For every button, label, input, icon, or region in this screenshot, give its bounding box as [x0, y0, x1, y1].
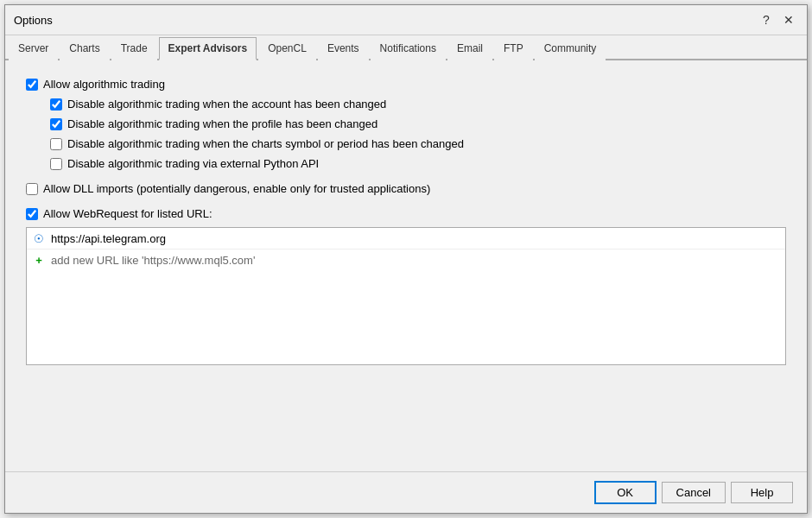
tab-ftp[interactable]: FTP: [494, 37, 533, 60]
webrequest-section: Allow WebRequest for listed URL: ☉ https…: [26, 207, 786, 365]
allow-webrequest-row: Allow WebRequest for listed URL:: [26, 207, 786, 220]
options-dialog: Options ? ✕ Server Charts Trade Expert A…: [4, 4, 808, 514]
allow-webrequest-label[interactable]: Allow WebRequest for listed URL:: [43, 207, 213, 220]
allow-dll-checkbox[interactable]: [26, 183, 38, 195]
add-url-hint: add new URL like 'https://www.mql5.com': [51, 254, 255, 267]
tab-expert-advisors[interactable]: Expert Advisors: [159, 37, 257, 60]
disable-on-account-checkbox[interactable]: [50, 98, 62, 111]
tab-trade[interactable]: Trade: [111, 37, 157, 60]
close-button[interactable]: ✕: [779, 10, 798, 29]
cancel-button[interactable]: Cancel: [662, 482, 726, 503]
existing-url: https://api.telegram.org: [51, 232, 166, 245]
tab-charts[interactable]: Charts: [60, 37, 109, 60]
tab-content: Allow algorithmic trading Disable algori…: [5, 60, 807, 471]
tabs-bar: Server Charts Trade Expert Advisors Open…: [5, 35, 807, 60]
url-row-existing[interactable]: ☉ https://api.telegram.org: [27, 228, 785, 250]
dll-imports-section: Allow DLL imports (potentially dangerous…: [26, 182, 786, 195]
disable-via-python-checkbox[interactable]: [50, 158, 62, 170]
tab-events[interactable]: Events: [318, 37, 369, 60]
plus-icon: +: [32, 253, 46, 267]
tab-server[interactable]: Server: [9, 37, 58, 60]
allow-dll-row: Allow DLL imports (potentially dangerous…: [26, 182, 786, 195]
allow-webrequest-checkbox[interactable]: [26, 208, 38, 220]
url-row-add[interactable]: + add new URL like 'https://www.mql5.com…: [27, 250, 785, 270]
disable-on-account-row: Disable algorithmic trading when the acc…: [50, 98, 786, 111]
disable-via-python-row: Disable algorithmic trading via external…: [50, 157, 786, 170]
disable-on-profile-checkbox[interactable]: [50, 118, 62, 130]
tab-community[interactable]: Community: [535, 37, 606, 60]
algo-sub-options: Disable algorithmic trading when the acc…: [26, 98, 786, 170]
tab-email[interactable]: Email: [447, 37, 492, 60]
title-bar-left: Options: [14, 14, 53, 27]
algo-trading-section: Allow algorithmic trading Disable algori…: [26, 78, 786, 170]
help-button[interactable]: ?: [757, 10, 776, 29]
url-table: ☉ https://api.telegram.org + add new URL…: [26, 227, 786, 365]
ok-button[interactable]: OK: [594, 481, 657, 504]
disable-on-account-label[interactable]: Disable algorithmic trading when the acc…: [67, 98, 386, 111]
title-bar: Options ? ✕: [5, 5, 807, 35]
disable-on-profile-row: Disable algorithmic trading when the pro…: [50, 117, 786, 130]
disable-on-profile-label[interactable]: Disable algorithmic trading when the pro…: [67, 117, 377, 130]
dialog-footer: OK Cancel Help: [5, 471, 807, 513]
tab-opencl[interactable]: OpenCL: [258, 37, 316, 60]
globe-icon: ☉: [32, 231, 46, 245]
disable-on-chart-label[interactable]: Disable algorithmic trading when the cha…: [67, 137, 464, 150]
help-footer-button[interactable]: Help: [731, 482, 793, 503]
dialog-title: Options: [14, 14, 53, 27]
allow-dll-label[interactable]: Allow DLL imports (potentially dangerous…: [43, 182, 430, 195]
tab-notifications[interactable]: Notifications: [371, 37, 446, 60]
allow-algo-trading-label[interactable]: Allow algorithmic trading: [43, 78, 165, 91]
disable-via-python-label[interactable]: Disable algorithmic trading via external…: [67, 157, 319, 170]
allow-algo-trading-row: Allow algorithmic trading: [26, 78, 786, 91]
allow-algo-trading-checkbox[interactable]: [26, 79, 38, 91]
title-bar-controls: ? ✕: [757, 10, 798, 29]
disable-on-chart-row: Disable algorithmic trading when the cha…: [50, 137, 786, 150]
disable-on-chart-checkbox[interactable]: [50, 138, 62, 150]
